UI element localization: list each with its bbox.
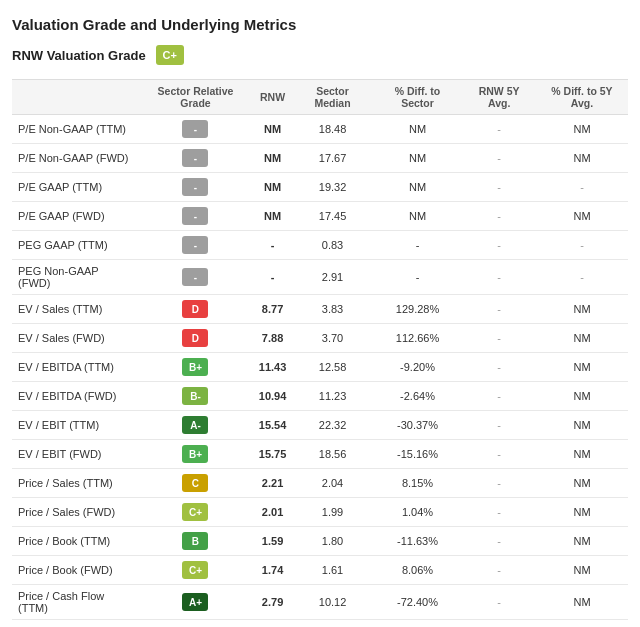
rnw-grade-row: RNW Valuation Grade C+ bbox=[12, 45, 628, 65]
rnw-5y-avg: - bbox=[462, 556, 536, 585]
table-row: PEG GAAP (TTM)--0.83--- bbox=[12, 231, 628, 260]
sector-grade-badge: - bbox=[182, 149, 208, 167]
metric-name: PEG Non-GAAP (FWD) bbox=[12, 260, 138, 295]
table-row: EV / Sales (TTM)D8.773.83129.28%-NM bbox=[12, 295, 628, 324]
diff-5y-avg: NM bbox=[536, 556, 628, 585]
diff-5y-avg: NM bbox=[536, 353, 628, 382]
sector-median: 7.61 bbox=[292, 620, 372, 628]
sector-grade-badge: - bbox=[182, 207, 208, 225]
sector-grade-cell: - bbox=[138, 202, 253, 231]
sector-grade-badge: B+ bbox=[182, 445, 208, 463]
rnw-5y-avg: - bbox=[462, 585, 536, 620]
rnw-5y-avg: - bbox=[462, 115, 536, 144]
rnw-5y-avg: - bbox=[462, 353, 536, 382]
sector-grade-cell: D bbox=[138, 324, 253, 353]
metric-name: EV / EBIT (TTM) bbox=[12, 411, 138, 440]
sector-median: 1.61 bbox=[292, 556, 372, 585]
diff-5y-avg: NM bbox=[536, 382, 628, 411]
rnw-value: 11.43 bbox=[253, 353, 293, 382]
rnw-value: 2.01 bbox=[253, 498, 293, 527]
sector-median: 0.83 bbox=[292, 231, 372, 260]
rnw-5y-avg: - bbox=[462, 527, 536, 556]
col-sector-grade: Sector Relative Grade bbox=[138, 80, 253, 115]
rnw-5y-avg: - bbox=[462, 498, 536, 527]
rnw-value: NM bbox=[253, 202, 293, 231]
rnw-5y-avg: - bbox=[462, 382, 536, 411]
table-row: Price / Book (TTM)B1.591.80-11.63%-NM bbox=[12, 527, 628, 556]
sector-median: 2.91 bbox=[292, 260, 372, 295]
metric-name: EV / EBIT (FWD) bbox=[12, 440, 138, 469]
sector-grade-badge: B bbox=[182, 532, 208, 550]
sector-grade-cell: A+ bbox=[138, 585, 253, 620]
col-diff-5y: % Diff. to 5Y Avg. bbox=[536, 80, 628, 115]
table-row: Price / Cash Flow (FWD)F19.837.61160.54%… bbox=[12, 620, 628, 628]
metric-name: PEG GAAP (TTM) bbox=[12, 231, 138, 260]
sector-median: 17.45 bbox=[292, 202, 372, 231]
sector-grade-cell: - bbox=[138, 231, 253, 260]
rnw-5y-avg: - bbox=[462, 173, 536, 202]
diff-sector: -30.37% bbox=[373, 411, 463, 440]
diff-sector: NM bbox=[373, 173, 463, 202]
sector-grade-cell: A- bbox=[138, 411, 253, 440]
diff-sector: 112.66% bbox=[373, 324, 463, 353]
sector-grade-badge: C bbox=[182, 474, 208, 492]
table-row: EV / EBITDA (FWD)B-10.9411.23-2.64%-NM bbox=[12, 382, 628, 411]
diff-sector: - bbox=[373, 260, 463, 295]
table-row: EV / EBITDA (TTM)B+11.4312.58-9.20%-NM bbox=[12, 353, 628, 382]
metric-name: Price / Sales (TTM) bbox=[12, 469, 138, 498]
sector-grade-badge: - bbox=[182, 178, 208, 196]
metric-name: P/E GAAP (TTM) bbox=[12, 173, 138, 202]
sector-median: 2.04 bbox=[292, 469, 372, 498]
sector-grade-cell: - bbox=[138, 260, 253, 295]
diff-5y-avg: NM bbox=[536, 585, 628, 620]
col-rnw: RNW bbox=[253, 80, 293, 115]
sector-grade-badge: B- bbox=[182, 387, 208, 405]
table-row: Price / Cash Flow (TTM)A+2.7910.12-72.40… bbox=[12, 585, 628, 620]
table-row: P/E GAAP (FWD)-NM17.45NM-NM bbox=[12, 202, 628, 231]
col-diff-sector: % Diff. to Sector bbox=[373, 80, 463, 115]
col-sector-median: Sector Median bbox=[292, 80, 372, 115]
rnw-value: - bbox=[253, 231, 293, 260]
sector-median: 11.23 bbox=[292, 382, 372, 411]
sector-grade-badge: C+ bbox=[182, 503, 208, 521]
diff-5y-avg: NM bbox=[536, 202, 628, 231]
sector-grade-badge: A- bbox=[182, 416, 208, 434]
rnw-value: 1.59 bbox=[253, 527, 293, 556]
rnw-5y-avg: - bbox=[462, 144, 536, 173]
rnw-value: NM bbox=[253, 144, 293, 173]
rnw-grade-label: RNW Valuation Grade bbox=[12, 48, 146, 63]
diff-5y-avg: NM bbox=[536, 411, 628, 440]
rnw-5y-avg: - bbox=[462, 620, 536, 628]
metric-name: EV / EBITDA (FWD) bbox=[12, 382, 138, 411]
rnw-5y-avg: - bbox=[462, 411, 536, 440]
rnw-value: 8.77 bbox=[253, 295, 293, 324]
sector-grade-cell: B bbox=[138, 527, 253, 556]
rnw-value: 2.21 bbox=[253, 469, 293, 498]
sector-median: 12.58 bbox=[292, 353, 372, 382]
sector-grade-cell: - bbox=[138, 173, 253, 202]
table-header-row: Sector Relative Grade RNW Sector Median … bbox=[12, 80, 628, 115]
diff-sector: -11.63% bbox=[373, 527, 463, 556]
rnw-5y-avg: - bbox=[462, 260, 536, 295]
table-row: P/E GAAP (TTM)-NM19.32NM-- bbox=[12, 173, 628, 202]
table-row: Price / Book (FWD)C+1.741.618.06%-NM bbox=[12, 556, 628, 585]
diff-sector: 8.15% bbox=[373, 469, 463, 498]
sector-grade-badge: C+ bbox=[182, 561, 208, 579]
diff-sector: NM bbox=[373, 202, 463, 231]
sector-grade-cell: B- bbox=[138, 382, 253, 411]
diff-5y-avg: NM bbox=[536, 469, 628, 498]
rnw-value: NM bbox=[253, 173, 293, 202]
rnw-5y-avg: - bbox=[462, 295, 536, 324]
diff-sector: - bbox=[373, 231, 463, 260]
sector-grade-cell: C+ bbox=[138, 556, 253, 585]
table-row: P/E Non-GAAP (TTM)-NM18.48NM-NM bbox=[12, 115, 628, 144]
metric-name: P/E Non-GAAP (FWD) bbox=[12, 144, 138, 173]
sector-grade-cell: D bbox=[138, 295, 253, 324]
sector-median: 3.70 bbox=[292, 324, 372, 353]
diff-5y-avg: - bbox=[536, 260, 628, 295]
table-row: Price / Sales (FWD)C+2.011.991.04%-NM bbox=[12, 498, 628, 527]
page-title: Valuation Grade and Underlying Metrics bbox=[12, 16, 628, 33]
main-container: Valuation Grade and Underlying Metrics R… bbox=[0, 0, 640, 627]
diff-5y-avg: NM bbox=[536, 620, 628, 628]
metric-name: Price / Book (FWD) bbox=[12, 556, 138, 585]
